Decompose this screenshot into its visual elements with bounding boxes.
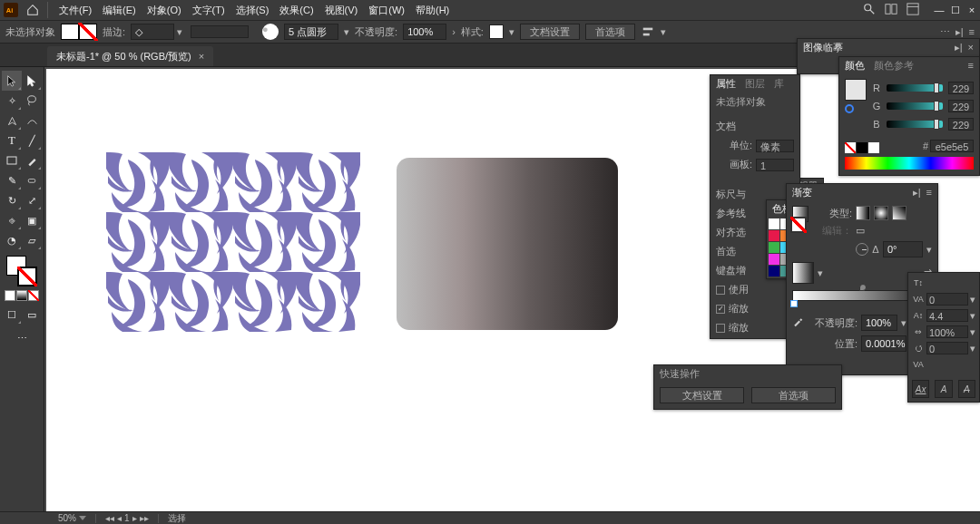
width-tool[interactable]: ⎆ — [2, 210, 22, 230]
r-slider[interactable] — [887, 84, 943, 92]
color-spectrum[interactable] — [845, 157, 974, 170]
gradient-preview[interactable] — [792, 262, 814, 284]
g-slider[interactable] — [887, 102, 943, 110]
angle-input[interactable]: 0° — [883, 241, 923, 257]
rotate-tool[interactable]: ↻ — [2, 190, 22, 210]
panel-menu-icon[interactable]: ⋯ — [940, 26, 950, 38]
hscale-value[interactable]: 100% — [926, 325, 968, 338]
baseline-value[interactable]: 4.4 — [926, 309, 968, 322]
grad-opacity-dropdown-icon[interactable]: ▾ — [901, 317, 906, 329]
gradient-midpoint[interactable] — [859, 284, 867, 291]
stroke-profile[interactable] — [191, 25, 249, 38]
menu-help[interactable]: 帮助(H) — [410, 0, 455, 20]
change-screen-tool[interactable]: ▭ — [22, 305, 42, 325]
panel-close-icon[interactable]: × — [968, 42, 974, 53]
rot-dd-icon[interactable]: ▾ — [970, 343, 975, 354]
artboard-nav[interactable]: ◂◂◂1▸▸▸ — [105, 513, 149, 523]
menu-view[interactable]: 视图(V) — [319, 0, 364, 20]
rectangle-tool[interactable] — [2, 150, 22, 170]
quick-color-chips[interactable] — [845, 142, 879, 153]
style-swatch[interactable] — [489, 24, 504, 39]
document-setup-button[interactable]: 文档设置 — [520, 24, 580, 40]
quick-docsetup-button[interactable]: 文档设置 — [660, 387, 744, 403]
color-target-icon[interactable] — [845, 104, 854, 113]
preferences-button[interactable]: 首选项 — [585, 24, 635, 40]
shape-builder-tool[interactable]: ◔ — [2, 230, 22, 250]
shaper-tool[interactable]: ✎ — [2, 170, 22, 190]
base-dd-icon[interactable]: ▾ — [970, 310, 975, 322]
menu-select[interactable]: 选择(S) — [230, 0, 275, 20]
fill-stroke-swatch[interactable] — [61, 24, 97, 40]
direct-selection-tool[interactable] — [22, 71, 42, 91]
scale2-checkbox[interactable] — [716, 324, 725, 333]
type-tool[interactable]: T — [2, 131, 22, 150]
layers-tab[interactable]: 图层 — [745, 77, 765, 91]
align-icon[interactable] — [641, 24, 655, 39]
b-slider[interactable] — [887, 121, 943, 128]
panel-collapse-icon[interactable]: ▸| — [956, 26, 964, 38]
scale-tool[interactable]: ⤢ — [22, 190, 42, 210]
gradient-stop-left[interactable] — [790, 300, 798, 307]
align-dropdown-icon[interactable]: ▾ — [661, 26, 666, 38]
gradient-title[interactable]: 渐变 — [792, 186, 812, 199]
panel-collapse-icon[interactable]: ▸| — [913, 187, 921, 199]
screen-mode-tool[interactable]: ☐ — [2, 305, 22, 325]
curvature-tool[interactable] — [22, 111, 42, 131]
menu-type[interactable]: 文字(T) — [187, 0, 230, 20]
angle-icon[interactable] — [856, 243, 868, 256]
fill-stroke-indicator[interactable] — [5, 254, 39, 288]
opacity-dropdown-icon[interactable]: › — [452, 26, 456, 37]
color-preview[interactable] — [845, 79, 867, 101]
libraries-tab[interactable]: 库 — [774, 77, 784, 91]
zoom-readout[interactable]: 50% — [58, 513, 86, 523]
close-tab-icon[interactable]: × — [199, 51, 204, 62]
g-value[interactable]: 229 — [948, 100, 974, 112]
menu-edit[interactable]: 编辑(E) — [97, 0, 142, 20]
edit-gradient-icon[interactable]: ▭ — [856, 225, 865, 237]
b-value[interactable]: 229 — [948, 118, 974, 131]
scale1-checkbox[interactable] — [716, 305, 725, 314]
selection-tool[interactable] — [2, 71, 22, 91]
menu-file[interactable]: 文件(F) — [54, 0, 97, 20]
document-tab[interactable]: 未标题-1* @ 50 % (RGB/预览) × — [47, 46, 213, 66]
window-maximize[interactable]: ☐ — [947, 5, 964, 16]
panel-collapse-icon[interactable]: ▸| — [955, 42, 963, 53]
grad-opacity-input[interactable]: 100% — [861, 315, 897, 331]
properties-tab[interactable]: 属性 — [716, 77, 736, 91]
panel-menu2-icon[interactable]: ≡ — [969, 26, 975, 37]
edit-toolbar-icon[interactable]: ⋯ — [12, 328, 32, 348]
brush-dropdown-icon[interactable]: ▾ — [344, 26, 349, 38]
r-value[interactable]: 229 — [948, 82, 974, 94]
workspace-icon[interactable] — [902, 3, 924, 17]
kerning-value[interactable]: 0 — [926, 293, 968, 306]
perspective-tool[interactable]: ▱ — [22, 230, 42, 250]
panel-menu-icon[interactable]: ≡ — [926, 187, 932, 199]
lasso-tool[interactable] — [22, 91, 42, 111]
color-tab[interactable]: 颜色 — [845, 59, 865, 73]
free-transform-tool[interactable]: ▣ — [22, 210, 42, 230]
paintbrush-tool[interactable] — [22, 150, 42, 170]
kern-dd-icon[interactable]: ▾ — [970, 294, 975, 306]
angle-dropdown-icon[interactable]: ▾ — [926, 244, 932, 256]
hsc-dd-icon[interactable]: ▾ — [970, 326, 975, 338]
eyedropper-icon[interactable] — [792, 316, 803, 329]
home-icon[interactable] — [24, 4, 42, 16]
style-dropdown-icon[interactable]: ▾ — [509, 26, 514, 38]
menu-effect[interactable]: 效果(C) — [274, 0, 318, 20]
search-icon[interactable] — [858, 3, 880, 17]
rotate-char-value[interactable]: 0 — [926, 342, 968, 354]
brush-sample-icon[interactable]: ● — [262, 24, 279, 40]
window-close[interactable]: × — [964, 5, 980, 16]
brush-definition[interactable]: 5 点圆形 — [284, 24, 338, 40]
use-checkbox[interactable] — [716, 286, 725, 295]
menu-object[interactable]: 对象(O) — [142, 0, 187, 20]
antialias-button[interactable]: Ax — [912, 380, 929, 398]
linear-gradient-button[interactable] — [856, 206, 870, 220]
superscript-button[interactable]: A — [935, 380, 952, 398]
radial-gradient-button[interactable] — [874, 206, 888, 220]
unit-value[interactable]: 像素 — [756, 140, 794, 152]
pen-tool[interactable] — [2, 111, 22, 131]
gradient-fillstroke[interactable] — [792, 206, 807, 233]
line-tool[interactable]: ╱ — [22, 131, 42, 150]
freeform-gradient-button[interactable] — [892, 206, 906, 220]
